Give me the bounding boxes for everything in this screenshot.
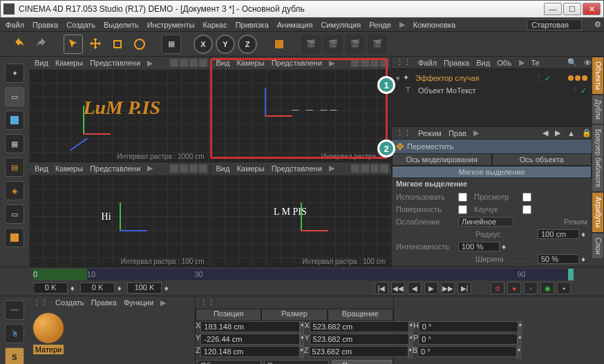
goto-start-button[interactable]: |◀ [375, 282, 388, 294]
menu-edit[interactable]: Правка [32, 21, 58, 29]
object-row[interactable]: ▾ ✦ Эффектор случая ⋮✓ [395, 72, 589, 84]
goto-end-button[interactable]: ▶| [457, 282, 471, 294]
play-button[interactable]: ▶ [424, 282, 438, 294]
rotate-tool[interactable] [130, 35, 149, 54]
record-button[interactable]: ⊘ [491, 282, 504, 294]
menu-file[interactable]: Файл [6, 21, 24, 29]
menu-simulation[interactable]: Симуляция [321, 21, 361, 29]
apply-button[interactable]: Применить [332, 360, 392, 364]
minimize-button[interactable]: — [544, 3, 562, 15]
use-checkbox[interactable] [458, 193, 467, 202]
menu-select[interactable]: Выделить [104, 21, 139, 29]
menu-tools[interactable]: Инструменты [147, 21, 195, 29]
layout-combo[interactable]: Стартовая [527, 19, 582, 30]
toolbar-config-icon[interactable]: ⚙ [594, 20, 604, 30]
workplane-icon[interactable]: ▤ [5, 157, 24, 177]
select-tool[interactable] [64, 35, 83, 54]
end-frame-field[interactable]: 100 K [127, 282, 162, 294]
curve-tool-icon[interactable]: 〰 [5, 300, 24, 320]
menu-overflow-icon[interactable]: ▶ [399, 20, 405, 29]
axis-x-button[interactable]: X [194, 35, 213, 54]
undo-button[interactable] [10, 35, 29, 54]
preview-checkbox[interactable] [522, 193, 531, 202]
pos-x-field[interactable] [200, 321, 300, 332]
tab-browser[interactable]: Браузер библиоте [592, 124, 604, 192]
coord-system-button[interactable] [270, 35, 289, 54]
material-preview[interactable] [33, 313, 64, 343]
edge-mode-icon[interactable]: ▭ [5, 204, 24, 224]
pos-y-field[interactable] [200, 334, 300, 345]
viewport-menu-overflow-icon[interactable]: ▶ [147, 59, 153, 68]
viewport-perspective[interactable]: Вид Камеры Представлени ▶ Перспектива Lu… [29, 57, 210, 162]
autokey-button[interactable]: ● [507, 282, 521, 294]
grip-icon[interactable]: ⋮⋮ [396, 128, 411, 137]
snap-icon[interactable]: S [5, 347, 24, 364]
render-region-button[interactable]: 🎬 [323, 35, 343, 54]
render-view-button[interactable]: 🎬 [301, 35, 321, 54]
close-button[interactable]: ✕ [583, 3, 601, 15]
timeline-slider[interactable] [568, 269, 574, 280]
axis-y-button[interactable]: Y [216, 35, 235, 54]
last-tool[interactable]: ▦ [162, 35, 181, 54]
scale-tool[interactable] [108, 35, 127, 54]
key-options-button[interactable]: ▪ [557, 282, 571, 294]
intensity-field[interactable]: 100 % [458, 242, 500, 251]
grip-icon[interactable]: ⋮⋮ [396, 58, 411, 67]
object-mode-combo[interactable]: Объект ▾ [197, 360, 261, 364]
model-mode-icon[interactable]: ▭ [5, 87, 24, 106]
vp-nav-icon[interactable] [170, 59, 178, 67]
current-frame-field[interactable]: 0 K [80, 282, 115, 294]
key-all-button[interactable]: ◉ [540, 282, 554, 294]
surface-checkbox[interactable] [458, 205, 467, 214]
menu-mesh[interactable]: Каркас [202, 21, 227, 29]
eye-icon[interactable]: 👁 [584, 59, 592, 67]
tab-attributes[interactable]: Атрибуты [592, 192, 604, 232]
texture-mode-icon[interactable]: ▦ [5, 134, 24, 153]
start-frame-field[interactable]: 0 K [33, 282, 68, 294]
width-field[interactable]: 50 % [538, 254, 579, 264]
object-tree[interactable]: ▾ ✦ Эффектор случая ⋮✓ T Объект МоТекст … [392, 69, 592, 126]
menu-layout[interactable]: Компоновка [413, 21, 455, 29]
live-select-icon[interactable]: ✦ [5, 64, 24, 83]
nav-back-icon[interactable]: ◀ [542, 128, 548, 137]
menu-snap[interactable]: Привязка [236, 21, 269, 29]
redo-button[interactable] [32, 35, 51, 54]
vp-nav-icon[interactable] [199, 59, 207, 67]
tab-layers[interactable]: Слои [592, 233, 604, 259]
viewport-front[interactable]: ВидКамерыПредставлени▶ Спереди L M PIS И… [211, 162, 392, 267]
mouse-icon[interactable]: 🖱 [5, 324, 24, 343]
move-tool[interactable] [86, 35, 105, 54]
next-frame-button[interactable]: ▶▶ [441, 282, 455, 294]
search-icon[interactable]: 🔍 [567, 58, 577, 67]
render-settings-button[interactable]: 🎬 [346, 35, 365, 54]
menu-animation[interactable]: Анимация [277, 21, 313, 29]
key-pos-button[interactable]: ▫ [524, 282, 538, 294]
maximize-button[interactable]: ☐ [563, 3, 581, 15]
polygon-mode-icon[interactable] [5, 228, 24, 247]
viewport-canvas[interactable]: LuM P.IS [29, 69, 210, 162]
grip-icon[interactable]: ⋮⋮ [200, 298, 215, 307]
axis-z-button[interactable]: Z [238, 35, 257, 54]
render-queue-button[interactable]: 🎬 [368, 35, 387, 54]
prev-frame-button[interactable]: ◀ [408, 282, 422, 294]
object-row[interactable]: T Объект МоТекст ⋮✓ [395, 84, 589, 97]
timeline-ruler[interactable]: 0 10 30 90 [33, 269, 571, 280]
viewport-top[interactable]: ВидКамерыПредставлени▶ Сверху — — —— Инт… [211, 57, 392, 162]
tab-object-axis[interactable]: Ось объекта [492, 153, 592, 166]
radius-field[interactable]: 100 cm [538, 229, 579, 239]
tab-objects[interactable]: Объекты [592, 57, 604, 95]
prev-key-button[interactable]: ◀◀ [391, 282, 405, 294]
pos-z-field[interactable] [200, 346, 300, 357]
point-mode-icon[interactable]: ◈ [5, 181, 24, 200]
viewport-right[interactable]: ВидКамерыПредставлени▶ Справа Hi Интерва… [29, 162, 210, 267]
falloff-combo[interactable]: Линейное [458, 217, 513, 227]
menu-render[interactable]: Ренде [369, 21, 391, 29]
vp-nav-icon[interactable] [180, 59, 188, 67]
nav-fwd-icon[interactable]: ▶ [555, 128, 560, 137]
tab-model-axis[interactable]: Ось моделирования [392, 153, 492, 166]
vp-nav-icon[interactable] [189, 59, 198, 67]
cube-icon[interactable] [5, 111, 24, 130]
size-z-field[interactable] [309, 346, 408, 357]
menu-create[interactable]: Создать [66, 21, 95, 29]
tab-takes[interactable]: Дубли [592, 95, 604, 124]
